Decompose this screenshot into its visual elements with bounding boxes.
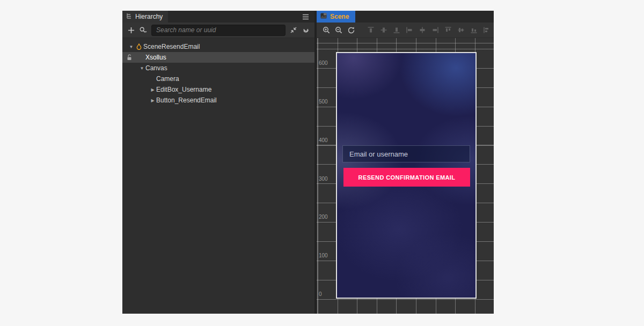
ruler-label-0: 0	[319, 291, 322, 298]
resend-confirmation-email-button[interactable]: RESEND CONFIRMATION EMAIL	[343, 168, 470, 187]
tree-item-EditBox_Username[interactable]: ▶EditBox_Username	[122, 84, 314, 95]
ruler-label-500: 500	[319, 98, 328, 105]
tree-expand-arrow-icon[interactable]: ▶	[149, 87, 156, 92]
tab-hierarchy-label: Hierarchy	[135, 13, 163, 20]
tree-expand-arrow-icon[interactable]: ▶	[149, 98, 156, 103]
hierarchy-panel: Hierarchy ▼SceneResendEmailXsollus▼Canva…	[122, 11, 314, 314]
tree-item-label: Xsollus	[145, 54, 166, 61]
tree-item-Xsollus[interactable]: Xsollus	[122, 52, 314, 63]
tab-hierarchy[interactable]: Hierarchy	[122, 11, 168, 23]
tree-expand-arrow-icon[interactable]: ▼	[128, 45, 135, 49]
scene-canvas-preview[interactable]: RESEND CONFIRMATION EMAIL	[336, 52, 477, 299]
distribute-left-icon[interactable]	[482, 26, 491, 34]
scene-tabbar-spacer	[355, 11, 494, 23]
tabbar-spacer	[168, 11, 297, 23]
align-right-icon[interactable]	[431, 26, 440, 34]
ruler-label-200: 200	[319, 213, 328, 220]
scene-image-icon	[320, 13, 327, 20]
zoom-in-icon[interactable]	[322, 26, 331, 34]
ruler-label-400: 400	[319, 137, 328, 144]
align-center-icon[interactable]	[418, 26, 427, 34]
tree-item-label: Button_ResendEmail	[156, 97, 217, 104]
tree-item-label: Canvas	[145, 64, 167, 72]
view-icon-group	[322, 26, 355, 34]
scene-tabbar: Scene	[317, 11, 494, 23]
scene-grid[interactable]: RESEND CONFIRMATION EMAIL 60050040030020…	[317, 38, 494, 314]
distribute-bottom-icon[interactable]	[470, 26, 478, 34]
scene-flame-icon	[135, 43, 143, 50]
align-left-icon[interactable]	[405, 26, 414, 34]
align-icon-group	[367, 26, 494, 34]
distribute-top-icon[interactable]	[444, 26, 452, 34]
email-username-input[interactable]	[342, 145, 470, 162]
reset-view-icon[interactable]	[347, 26, 355, 34]
editor-window: Hierarchy ▼SceneResendEmailXsollus▼Canva…	[122, 11, 494, 314]
tree-item-Canvas[interactable]: ▼Canvas	[122, 63, 314, 73]
hierarchy-tree-icon	[126, 13, 132, 21]
tab-scene-label: Scene	[330, 13, 349, 20]
distribute-middle-icon[interactable]	[457, 26, 465, 34]
hierarchy-tabbar: Hierarchy	[122, 11, 314, 23]
ruler-label-600: 600	[319, 60, 328, 66]
tree-item-label: Camera	[156, 75, 179, 83]
tab-scene[interactable]: Scene	[317, 11, 355, 23]
collapse-all-icon[interactable]	[289, 26, 298, 34]
search-filter-icon[interactable]	[139, 26, 148, 34]
ruler-label-300: 300	[319, 175, 328, 182]
scene-toolbar	[317, 23, 494, 38]
hierarchy-toolbar	[122, 23, 314, 38]
ruler-label-100: 100	[319, 252, 328, 259]
hierarchy-tree: ▼SceneResendEmailXsollus▼CanvasCamera▶Ed…	[122, 38, 314, 314]
align-bottom-icon[interactable]	[392, 26, 401, 34]
tree-item-label: SceneResendEmail	[143, 43, 200, 50]
hamburger-menu-icon[interactable]	[297, 11, 314, 23]
tree-item-label: EditBox_Username	[156, 86, 211, 93]
create-node-plus-icon[interactable]	[127, 26, 135, 34]
tree-expand-arrow-icon[interactable]: ▼	[138, 66, 145, 71]
scene-panel: Scene RESEND CONFIRMATION EMAIL 60050040…	[317, 11, 494, 314]
unlock-icon[interactable]	[127, 54, 133, 62]
search-input[interactable]	[151, 25, 286, 36]
align-middle-icon[interactable]	[379, 26, 388, 34]
zoom-out-icon[interactable]	[334, 26, 343, 34]
tree-item-Camera[interactable]: Camera	[122, 73, 314, 84]
align-top-icon[interactable]	[367, 26, 375, 34]
tree-item-SceneResendEmail[interactable]: ▼SceneResendEmail	[122, 41, 314, 52]
refresh-icon[interactable]	[302, 26, 310, 34]
tree-item-Button_ResendEmail[interactable]: ▶Button_ResendEmail	[122, 95, 314, 106]
